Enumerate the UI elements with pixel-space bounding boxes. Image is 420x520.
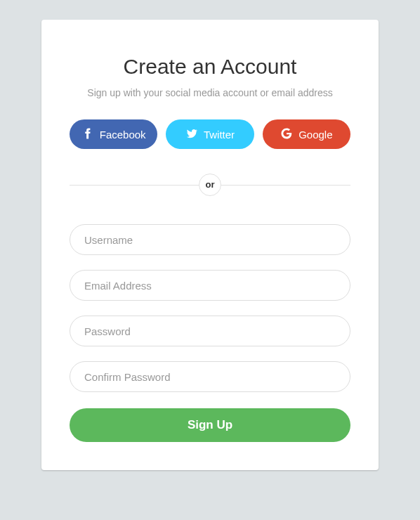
- facebook-icon: [81, 127, 94, 142]
- twitter-icon: [185, 127, 198, 142]
- twitter-label: Twitter: [204, 129, 235, 141]
- social-buttons-row: Facebook Twitter Google: [70, 119, 350, 149]
- email-field[interactable]: [70, 270, 350, 301]
- twitter-button[interactable]: Twitter: [166, 119, 254, 149]
- signup-card: Create an Account Sign up with your soci…: [41, 20, 379, 470]
- confirm-password-field[interactable]: [70, 361, 350, 392]
- signup-button[interactable]: Sign Up: [70, 408, 350, 442]
- google-icon: [280, 127, 293, 142]
- google-button[interactable]: Google: [263, 119, 350, 149]
- facebook-label: Facebook: [100, 129, 146, 141]
- signup-form: Sign Up: [70, 224, 350, 442]
- divider-text: or: [199, 174, 221, 196]
- page-subtitle: Sign up with your social media account o…: [70, 87, 350, 98]
- facebook-button[interactable]: Facebook: [70, 119, 157, 149]
- page-title: Create an Account: [70, 55, 350, 79]
- google-label: Google: [298, 129, 332, 141]
- password-field[interactable]: [70, 316, 350, 346]
- divider: or: [70, 174, 350, 196]
- username-field[interactable]: [70, 224, 350, 255]
